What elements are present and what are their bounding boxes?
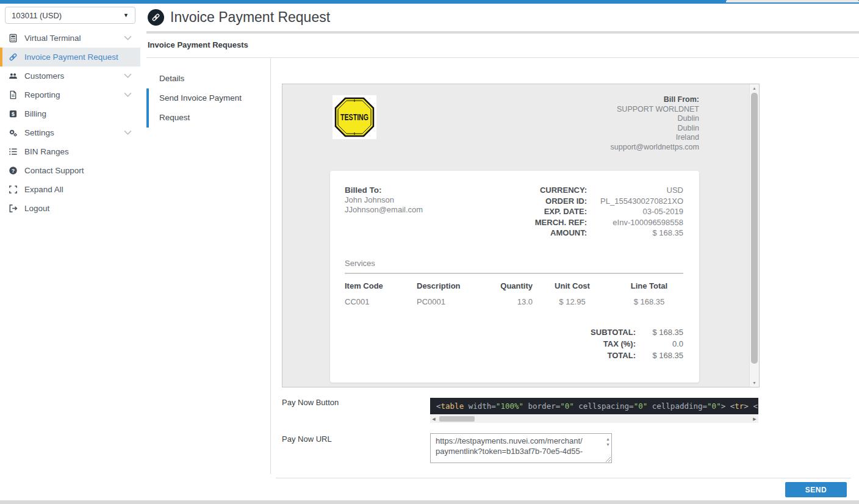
services-column-header: Unit Cost [533,281,612,290]
sidebar-item-label: BIN Ranges [24,147,140,156]
sidebar-item-bin-ranges[interactable]: BIN Ranges [0,142,140,161]
total-value: $ 168.35 [639,327,683,337]
invoice-card-top: Billed To: John JohnsonJJohnson@email.co… [345,185,683,239]
form-divider [276,478,851,478]
sidebar-item-reporting[interactable]: Reporting [0,85,140,104]
bill-from-line: Dublin [611,124,699,134]
invoice-totals: SUBTOTAL:$ 168.35TAX (%):0.0TOTAL:$ 168.… [345,327,683,361]
scroll-up-icon[interactable]: ▲ [750,84,759,92]
services-table: Item CodeDescriptionQuantityUnit CostLin… [345,281,683,306]
invoice-meta-label: AMOUNT: [535,228,587,239]
sidebar-item-label: Settings [24,128,124,137]
pay-now-url-label: Pay Now URL [282,434,332,444]
sidebar-item-contact-support[interactable]: ?Contact Support [0,161,140,180]
code-token-attr: width= [464,401,496,411]
code-token-attr: cellspacing= [574,401,634,411]
main-content: Invoice Payment Request Invoice Payment … [140,4,859,500]
scroll-down-icon[interactable]: ▼ [750,379,759,387]
invoice-preview: TESTING Bill From: SUPPORT WORLDNETDubli… [282,84,760,387]
document-icon [8,90,18,100]
invoice-meta-label: EXP. DATE: [535,207,587,217]
header-divider [146,31,859,34]
invoice-vertical-scrollbar[interactable]: ▲ ▼ [749,84,759,387]
bill-from-line: Dublin [611,114,699,124]
account-selector[interactable]: 103011 (USD) ▼ [5,7,135,24]
code-token-string: "0" [707,401,721,411]
send-button[interactable]: SEND [785,482,847,497]
services-column-header: Line Total [612,281,686,290]
services-cell: 13.0 [485,297,533,306]
total-label: SUBTOTAL: [591,327,636,337]
scroll-left-icon[interactable]: ◀ [430,415,437,423]
tab-send-invoice-payment-request[interactable]: Send Invoice Payment Request [146,88,263,128]
code-token-punct: > [721,401,730,411]
svg-text:$: $ [12,111,15,117]
invoice-scrollbar-thumb[interactable] [751,93,758,364]
sidebar-item-expand-all[interactable]: Expand All [0,180,140,199]
scroll-right-icon[interactable]: ▶ [751,415,758,423]
testing-logo: TESTING [332,95,376,139]
invoice-meta-label: CURRENCY: [535,185,587,196]
help-icon: ? [8,166,18,176]
bill-from-label: Bill From: [611,95,699,105]
total-value: $ 168.35 [639,350,683,361]
code-token-tag: table [441,401,464,411]
app-window: 103011 (USD) ▼ Virtual TerminalInvoice P… [0,0,859,504]
sidebar-item-label: Invoice Payment Request [24,52,140,62]
bill-from-line: support@worldnettps.com [611,143,699,153]
invoice-meta-value: USD [592,185,683,196]
expand-icon [8,185,18,195]
bill-from-block: Bill From: SUPPORT WORLDNETDublinDublinI… [611,95,699,152]
tab-details[interactable]: Details [146,69,263,88]
services-column-header: Description [417,281,485,290]
users-icon [8,71,18,81]
settings-icon [8,128,18,138]
tab-column: DetailsSend Invoice Payment Request [146,58,271,474]
total-label: TAX (%): [591,339,636,349]
sidebar-item-customers[interactable]: Customers [0,67,140,85]
sidebar-item-settings[interactable]: Settings [0,123,140,142]
chevron-down-icon [124,73,132,79]
invoice-meta-value: eInv-100096598558 [592,218,683,228]
services-section-label: Services [345,259,683,268]
calculator-icon [8,34,18,43]
invoice-header: TESTING Bill From: SUPPORT WORLDNETDubli… [330,95,699,152]
code-token-string: "100%" [496,401,523,411]
page-title: Invoice Payment Request [170,9,330,26]
code-token-attr: cellpadding= [647,401,707,411]
account-selector-value: 103011 (USD) [12,11,62,20]
invoice-body: TESTING Bill From: SUPPORT WORLDNETDubli… [330,95,699,383]
page-header: Invoice Payment Request [148,9,330,26]
invoice-meta-table: CURRENCY:USDORDER ID:PL_1554300270821XOE… [535,185,683,239]
invoice-meta-value: 03-05-2019 [592,207,683,217]
code-token-punct: > [744,401,753,411]
pay-now-button-code[interactable]: <table width="100%" border="0" cellspaci… [430,398,758,414]
chevron-down-icon [124,92,132,98]
code-token-punct: < [753,401,758,411]
sidebar-menu: Virtual TerminalInvoice Payment RequestC… [0,29,140,218]
breadcrumb: Invoice Payment Requests [148,40,248,49]
top-right-sliver [726,0,859,2]
total-label: TOTAL: [591,350,636,361]
sidebar-item-invoice-payment-request[interactable]: Invoice Payment Request [0,48,140,67]
svg-text:TESTING: TESTING [340,112,368,122]
pay-now-url-input[interactable] [430,433,612,463]
sidebar-item-label: Customers [24,71,124,81]
sidebar-item-billing[interactable]: $Billing [0,104,140,123]
code-token-attr: border= [523,401,560,411]
invoice-meta-value: $ 168.35 [592,228,683,239]
sidebar-item-virtual-terminal[interactable]: Virtual Terminal [0,29,140,48]
code-token-punct: < [436,401,441,411]
services-cell: $ 12.95 [533,297,612,306]
billed-to-lines: John JohnsonJJohnson@email.com [345,195,423,215]
link-icon [8,52,18,62]
sidebar-item-logout[interactable]: Logout [0,199,140,218]
services-cell: PC0001 [417,297,485,306]
code-horizontal-scrollbar[interactable]: ◀ ▶ [430,415,758,423]
chevron-down-icon [124,130,132,135]
code-scrollbar-thumb[interactable] [439,416,475,422]
services-cell: CC001 [345,297,417,306]
sidebar-item-label: Reporting [24,90,124,99]
invoice-meta-label: MERCH. REF: [535,218,587,228]
code-token-tag: tr [735,401,744,411]
